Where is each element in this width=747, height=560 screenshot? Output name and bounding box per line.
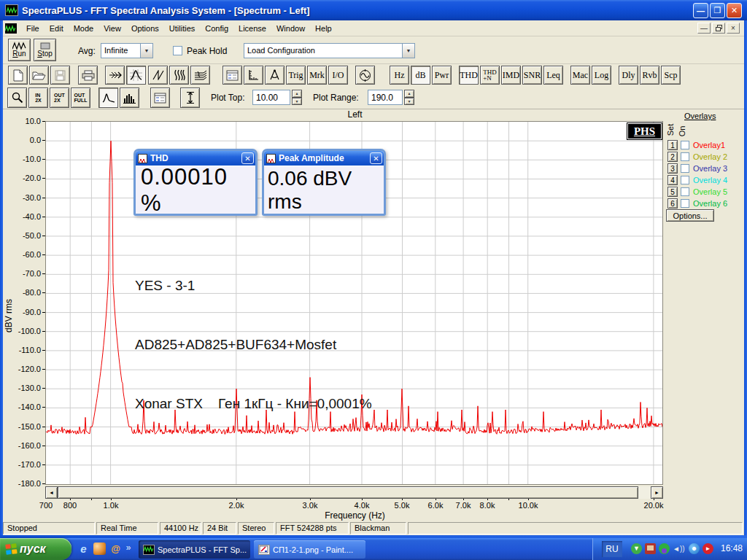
tray-messenger-icon[interactable]: ☻: [689, 543, 700, 554]
plot-range-spin-down[interactable]: ▼: [404, 98, 414, 106]
overlay-5-checkbox[interactable]: [681, 187, 689, 196]
peak-amplitude-window[interactable]: Peak Amplitude ✕ 0.06 dBV rms: [262, 149, 386, 216]
task-button-paint[interactable]: СП1-2-1.png - Paint....: [254, 540, 365, 559]
thd-window[interactable]: THD ✕ 0.00010 %: [133, 149, 258, 216]
menu-config[interactable]: Config: [200, 22, 233, 35]
overlay-4-set-button[interactable]: 4: [667, 175, 678, 185]
playback-button[interactable]: [105, 66, 125, 85]
save-button[interactable]: [50, 66, 70, 85]
mdi-minimize-button[interactable]: —: [697, 23, 711, 34]
load-configuration-combobox[interactable]: Load Configuration ▼: [244, 43, 415, 58]
menu-file[interactable]: File: [21, 22, 44, 35]
scaling-button[interactable]: [244, 66, 263, 85]
thd-window-close-button[interactable]: ✕: [241, 152, 254, 164]
trigger-button[interactable]: Trig: [286, 66, 306, 85]
menu-utilities[interactable]: Utilities: [164, 22, 200, 35]
zoom-out-2x-button[interactable]: OUT 2X: [50, 88, 69, 108]
thdn-button[interactable]: THD +N: [480, 66, 500, 85]
menu-options[interactable]: Options: [126, 22, 164, 35]
zoom-tool-button[interactable]: [7, 88, 27, 108]
minimize-button[interactable]: —: [693, 3, 708, 18]
overlays-options-button[interactable]: Options...: [666, 209, 714, 222]
new-file-button[interactable]: [8, 66, 28, 85]
quicklaunch-browser-icon[interactable]: e: [77, 542, 90, 555]
plot-horizontal-scrollbar[interactable]: ◄ ►: [45, 486, 663, 499]
plot-range-input[interactable]: [368, 90, 403, 105]
load-configuration-dropdown-arrow[interactable]: ▼: [402, 44, 414, 58]
signal-generator-button[interactable]: [355, 66, 375, 85]
overlay-5-set-button[interactable]: 5: [667, 187, 678, 197]
open-file-button[interactable]: [29, 66, 49, 85]
delay-button[interactable]: Dly: [619, 66, 638, 85]
start-button[interactable]: пуск: [0, 538, 71, 560]
spectrum-view-button[interactable]: [126, 66, 146, 85]
marker-button[interactable]: Mrk: [307, 66, 327, 85]
leq-button[interactable]: Leq: [543, 66, 563, 85]
snr-button[interactable]: SNR: [522, 66, 542, 85]
stop-button[interactable]: Stop: [34, 39, 56, 61]
scope-button[interactable]: Scp: [661, 66, 681, 85]
quicklaunch-mail-icon[interactable]: @: [109, 542, 122, 555]
task-button-spectraplus[interactable]: SpectraPLUS - FFT Sp...: [139, 540, 250, 559]
maximize-button[interactable]: ❒: [710, 3, 725, 18]
scroll-thumb[interactable]: [58, 486, 638, 499]
reverb-button[interactable]: Rvb: [640, 66, 659, 85]
overlay-6-set-button[interactable]: 6: [667, 198, 678, 209]
plot-top-spin-up[interactable]: ▲: [292, 90, 302, 98]
quicklaunch-chevron-icon[interactable]: »: [124, 542, 133, 555]
peak-hold-checkbox[interactable]: [173, 46, 182, 55]
mdi-child-icon[interactable]: [5, 23, 17, 34]
overlay-1-set-button[interactable]: 1: [667, 140, 678, 150]
menu-help[interactable]: Help: [310, 22, 337, 35]
zoom-out-full-button[interactable]: OUT FULL: [71, 88, 90, 108]
overlay-6-checkbox[interactable]: [681, 199, 689, 208]
mdi-close-button[interactable]: ×: [727, 23, 740, 34]
language-indicator[interactable]: RU: [602, 541, 622, 557]
menu-edit[interactable]: Edit: [44, 22, 69, 35]
plot-top-input[interactable]: [252, 90, 290, 105]
zoom-in-2x-button[interactable]: IN 2X: [28, 88, 48, 108]
close-button[interactable]: ✕: [727, 3, 742, 18]
units-db-button[interactable]: dB: [411, 66, 430, 85]
peak-window-titlebar[interactable]: Peak Amplitude ✕: [264, 151, 384, 166]
mdi-restore-button[interactable]: [712, 23, 725, 34]
plot-top-spinner[interactable]: ▲ ▼: [292, 90, 302, 105]
overlay-2-set-button[interactable]: 2: [667, 152, 678, 162]
tray-media-icon[interactable]: [659, 543, 670, 554]
units-pwr-button[interactable]: Pwr: [432, 66, 452, 85]
io-button[interactable]: I/O: [328, 66, 348, 85]
imd-button[interactable]: IMD: [501, 66, 521, 85]
bar-plot-button[interactable]: [120, 88, 139, 108]
vertical-range-button[interactable]: [180, 88, 200, 108]
menu-license[interactable]: License: [233, 22, 271, 35]
surface-view-button[interactable]: [190, 66, 210, 85]
plot-top-spin-down[interactable]: ▼: [292, 98, 302, 106]
tray-update-icon[interactable]: ▼: [631, 543, 642, 554]
calipers-button[interactable]: [265, 66, 285, 85]
plot-range-spinner[interactable]: ▲ ▼: [404, 90, 414, 105]
overlay-4-checkbox[interactable]: [681, 176, 689, 184]
log-button[interactable]: Log: [592, 66, 611, 85]
print-button[interactable]: [78, 66, 98, 85]
tray-volume-icon[interactable]: ◄)): [673, 543, 684, 554]
peak-window-close-button[interactable]: ✕: [370, 152, 382, 164]
plot-range-spin-up[interactable]: ▲: [404, 90, 414, 98]
macro-button[interactable]: Mac: [570, 66, 590, 85]
quicklaunch-globe-icon[interactable]: [93, 542, 106, 555]
run-button[interactable]: Run: [8, 39, 31, 61]
overlay-2-checkbox[interactable]: [681, 152, 689, 161]
plot-options-button[interactable]: [150, 88, 170, 108]
scroll-left-button[interactable]: ◄: [45, 486, 58, 499]
tray-player-icon[interactable]: ►: [703, 543, 713, 554]
line-plot-button[interactable]: [98, 88, 118, 108]
menu-mode[interactable]: Mode: [69, 22, 99, 35]
avg-combobox[interactable]: Infinite ▼: [101, 43, 153, 58]
spectrogram-view-button[interactable]: [169, 66, 189, 85]
avg-dropdown-arrow[interactable]: ▼: [140, 44, 152, 58]
waveform-view-button[interactable]: [148, 66, 168, 85]
menu-window[interactable]: Window: [271, 22, 310, 35]
overlay-3-checkbox[interactable]: [681, 164, 689, 173]
overlay-1-checkbox[interactable]: [681, 141, 689, 149]
thd-button[interactable]: THD: [459, 66, 479, 85]
units-hz-button[interactable]: Hz: [390, 66, 409, 85]
